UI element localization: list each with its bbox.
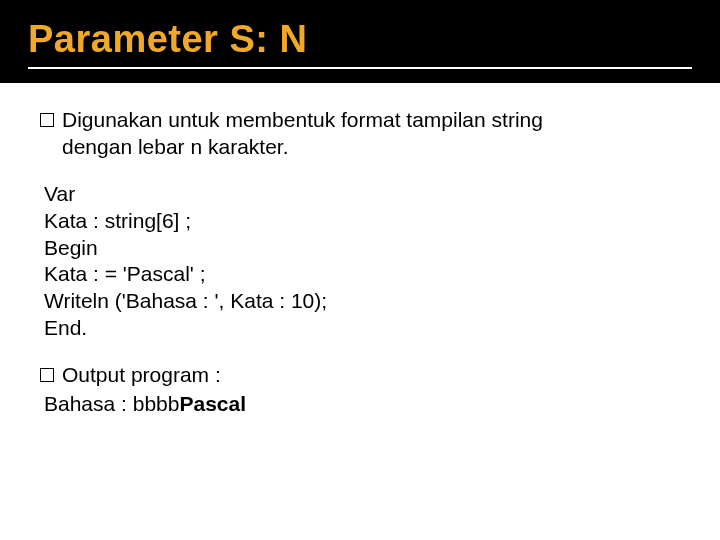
square-bullet-icon bbox=[40, 113, 54, 127]
output-line: Bahasa : bbbbPascal bbox=[44, 391, 680, 418]
code-l4: Kata : = 'Pascal' ; bbox=[44, 261, 680, 288]
desc-text: Digunakan untuk membentuk format tampila… bbox=[62, 107, 680, 161]
code-block: Var Kata : string[6] ; Begin Kata : = 'P… bbox=[40, 181, 680, 342]
desc-row: Digunakan untuk membentuk format tampila… bbox=[40, 107, 680, 161]
slide-title: Parameter S: N bbox=[28, 18, 692, 69]
output-bold: Pascal bbox=[179, 392, 246, 415]
code-l5: Writeln ('Bahasa : ', Kata : 10); bbox=[44, 288, 680, 315]
output-label: Output program : bbox=[62, 362, 680, 389]
content-area: Digunakan untuk membentuk format tampila… bbox=[0, 83, 720, 418]
title-spacer bbox=[28, 69, 692, 79]
code-l2: Kata : string[6] ; bbox=[44, 208, 680, 235]
code-l1: Var bbox=[44, 181, 680, 208]
output-block: Output program : Bahasa : bbbbPascal bbox=[40, 362, 680, 418]
output-prefix: Bahasa : bbbb bbox=[44, 392, 179, 415]
output-label-row: Output program : bbox=[40, 362, 680, 389]
code-l6: End. bbox=[44, 315, 680, 342]
square-bullet-icon bbox=[40, 368, 54, 382]
desc-line2: dengan lebar n karakter. bbox=[62, 135, 289, 158]
desc-line1: Digunakan untuk membentuk format tampila… bbox=[62, 108, 543, 131]
title-band: Parameter S: N bbox=[0, 0, 720, 83]
code-l3: Begin bbox=[44, 235, 680, 262]
